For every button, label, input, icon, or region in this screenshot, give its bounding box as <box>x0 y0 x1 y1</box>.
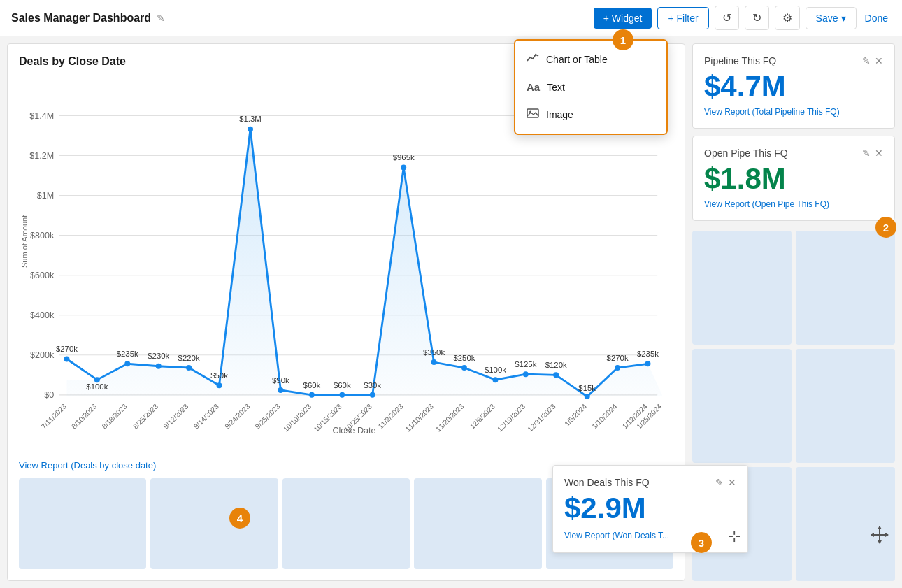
svg-text:7/11/2023: 7/11/2023 <box>40 402 68 430</box>
bottom-cell-2 <box>150 478 278 569</box>
svg-text:$965k: $965k <box>393 153 415 162</box>
main-area: Deals by Close Date Sum of Amount $1.4M … <box>0 36 902 588</box>
dropdown-text-label: Text <box>547 82 565 93</box>
svg-text:8/10/2023: 8/10/2023 <box>70 402 98 430</box>
dropdown-text-item[interactable]: Aa Text <box>515 74 666 100</box>
svg-text:$50k: $50k <box>210 371 228 380</box>
svg-text:12/19/2023: 12/19/2023 <box>496 402 527 433</box>
svg-text:12/6/2023: 12/6/2023 <box>468 402 496 430</box>
rg-cell-4 <box>796 349 895 463</box>
won-deals-header: Won Deals This FQ ✎ ✕ <box>564 477 736 488</box>
done-button[interactable]: Done <box>862 8 891 29</box>
bottom-cell-4 <box>414 478 541 569</box>
svg-text:8/25/2023: 8/25/2023 <box>131 402 159 430</box>
header-right: + Widget + Filter ↺ ↻ ⚙ Save ▾ Done <box>594 6 891 30</box>
svg-text:$1.2M: $1.2M <box>29 151 54 161</box>
svg-text:1/5/2024: 1/5/2024 <box>563 402 588 427</box>
chart-menu-icon <box>527 52 539 67</box>
svg-text:$60k: $60k <box>334 381 351 389</box>
y-axis-label: Sum of Amount <box>20 215 29 267</box>
won-deals-close-button[interactable]: ✕ <box>728 477 736 488</box>
svg-text:$250k: $250k <box>453 354 475 362</box>
svg-point-17 <box>64 356 69 361</box>
pipeline-widget: Pipeline This FQ ✎ ✕ $4.7M View Report (… <box>692 43 895 129</box>
pipeline-edit-button[interactable]: ✎ <box>862 55 871 66</box>
svg-point-25 <box>309 392 315 398</box>
svg-text:$120k: $120k <box>545 361 567 369</box>
svg-point-35 <box>615 365 620 371</box>
svg-text:$350k: $350k <box>423 348 445 357</box>
svg-text:$1.4M: $1.4M <box>29 111 54 121</box>
open-pipe-widget-header: Open Pipe This FQ ✎ ✕ <box>704 148 883 159</box>
undo-button[interactable]: ↺ <box>715 6 739 30</box>
svg-text:$400k: $400k <box>30 310 55 320</box>
open-pipe-edit-button[interactable]: ✎ <box>862 148 871 159</box>
open-pipe-widget-actions: ✎ ✕ <box>862 148 883 159</box>
svg-text:9/25/2023: 9/25/2023 <box>254 402 282 430</box>
svg-text:$270k: $270k <box>56 345 78 353</box>
save-button[interactable]: Save ▾ <box>806 7 857 29</box>
rg-cell-1 <box>692 231 792 345</box>
pipeline-widget-title: Pipeline This FQ <box>704 55 776 66</box>
svg-point-28 <box>401 165 406 171</box>
svg-text:11/2/2023: 11/2/2023 <box>377 402 405 430</box>
svg-text:9/24/2023: 9/24/2023 <box>223 402 251 430</box>
badge-3: 3 <box>691 532 712 553</box>
svg-text:$235k: $235k <box>117 350 138 358</box>
open-pipe-widget-value: $1.8M <box>704 164 883 194</box>
text-menu-icon: Aa <box>527 81 540 93</box>
header: Sales Manager Dashboard ✎ + Widget + Fil… <box>0 0 902 36</box>
widget-button[interactable]: + Widget <box>594 8 652 29</box>
pipeline-view-report-link[interactable]: View Report (Total Pipeline This FQ) <box>704 107 883 117</box>
svg-text:$60k: $60k <box>303 381 321 389</box>
svg-text:$15k: $15k <box>578 384 596 392</box>
svg-text:9/12/2023: 9/12/2023 <box>162 402 189 430</box>
badge-2: 2 <box>875 217 896 238</box>
dropdown-image-label: Image <box>546 109 573 120</box>
svg-point-24 <box>278 387 283 393</box>
dropdown-image-item[interactable]: Image <box>515 100 666 129</box>
svg-text:$90k: $90k <box>272 376 289 385</box>
svg-text:10/10/2023: 10/10/2023 <box>282 402 313 433</box>
svg-point-33 <box>553 372 559 378</box>
svg-point-30 <box>461 365 467 371</box>
svg-text:Close Date: Close Date <box>332 426 375 436</box>
svg-text:$100k: $100k <box>86 382 108 391</box>
svg-text:$235k: $235k <box>637 350 659 358</box>
won-deals-title: Won Deals This FQ <box>564 477 650 488</box>
bottom-cell-3 <box>282 478 410 569</box>
won-deals-edit-button[interactable]: ✎ <box>715 477 724 488</box>
svg-text:$100k: $100k <box>485 366 506 374</box>
pipeline-widget-value: $4.7M <box>704 72 883 101</box>
svg-text:$1.3M: $1.3M <box>239 115 262 123</box>
svg-point-21 <box>186 365 192 371</box>
svg-point-20 <box>156 364 162 369</box>
won-deals-actions: ✎ ✕ <box>715 477 736 488</box>
redo-button[interactable]: ↻ <box>745 6 769 30</box>
svg-text:$270k: $270k <box>607 354 629 362</box>
svg-text:9/14/2023: 9/14/2023 <box>192 402 220 430</box>
badge-1: 1 <box>613 29 633 50</box>
svg-point-36 <box>645 361 650 366</box>
chart-view-report-link[interactable]: View Report (Deals by close date) <box>19 460 156 471</box>
won-deals-view-report-link[interactable]: View Report (Won Deals T... <box>564 531 669 540</box>
edit-icon[interactable]: ✎ <box>157 13 165 24</box>
pipeline-close-button[interactable]: ✕ <box>875 55 883 66</box>
rg-cell-6 <box>796 467 895 581</box>
move-cursor-icon: ⊹ <box>728 527 740 545</box>
filter-button[interactable]: + Filter <box>657 7 708 29</box>
open-pipe-close-button[interactable]: ✕ <box>875 148 883 159</box>
open-pipe-view-report-link[interactable]: View Report (Open Pipe This FQ) <box>704 199 883 209</box>
svg-point-32 <box>523 371 529 377</box>
settings-button[interactable]: ⚙ <box>775 6 800 30</box>
rg-cell-2 <box>796 231 895 345</box>
svg-text:$1M: $1M <box>37 191 54 201</box>
svg-point-31 <box>492 377 498 382</box>
header-left: Sales Manager Dashboard ✎ <box>11 12 165 24</box>
dropdown-chart-item[interactable]: Chart or Table <box>515 45 666 74</box>
svg-text:$800k: $800k <box>30 231 55 241</box>
svg-point-22 <box>217 382 222 388</box>
svg-point-27 <box>370 392 375 398</box>
widget-dropdown-menu: Chart or Table Aa Text Image <box>514 39 668 135</box>
svg-text:$200k: $200k <box>30 350 55 360</box>
